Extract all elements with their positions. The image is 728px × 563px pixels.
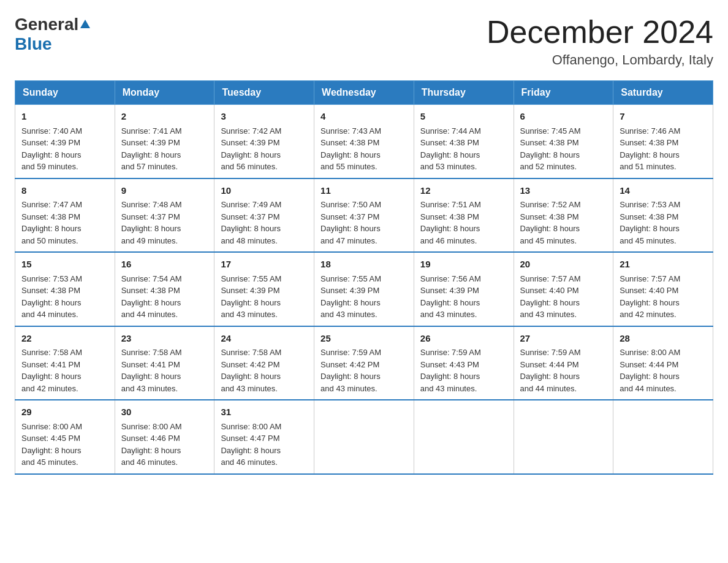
day-info: Sunrise: 7:51 AMSunset: 4:38 PMDaylight:…	[420, 200, 481, 245]
day-cell: 16Sunrise: 7:54 AMSunset: 4:38 PMDayligh…	[115, 252, 214, 326]
day-cell: 28Sunrise: 8:00 AMSunset: 4:44 PMDayligh…	[613, 326, 713, 400]
day-cell: 20Sunrise: 7:57 AMSunset: 4:40 PMDayligh…	[514, 252, 613, 326]
day-number: 8	[21, 184, 108, 198]
day-number: 9	[121, 184, 208, 198]
title-block: December 2024 Offanengo, Lombardy, Italy	[487, 15, 713, 68]
day-info: Sunrise: 7:58 AMSunset: 4:41 PMDaylight:…	[121, 348, 182, 393]
day-cell: 31Sunrise: 8:00 AMSunset: 4:47 PMDayligh…	[214, 400, 314, 474]
week-row-2: 8Sunrise: 7:47 AMSunset: 4:38 PMDaylight…	[15, 178, 713, 253]
day-number: 6	[520, 110, 607, 124]
day-number: 25	[320, 332, 408, 346]
day-cell	[613, 400, 713, 474]
day-number: 27	[520, 332, 607, 346]
day-cell: 7Sunrise: 7:46 AMSunset: 4:38 PMDaylight…	[613, 105, 713, 178]
day-number: 14	[620, 184, 707, 198]
day-cell: 15Sunrise: 7:53 AMSunset: 4:38 PMDayligh…	[15, 252, 115, 326]
day-info: Sunrise: 7:56 AMSunset: 4:39 PMDaylight:…	[420, 274, 481, 320]
logo-blue-text: Blue	[15, 34, 52, 53]
day-number: 15	[21, 258, 108, 272]
day-info: Sunrise: 8:00 AMSunset: 4:47 PMDaylight:…	[221, 422, 281, 467]
day-cell: 9Sunrise: 7:48 AMSunset: 4:37 PMDaylight…	[115, 178, 214, 253]
day-info: Sunrise: 7:54 AMSunset: 4:38 PMDaylight:…	[121, 274, 182, 320]
week-row-3: 15Sunrise: 7:53 AMSunset: 4:38 PMDayligh…	[15, 252, 713, 326]
day-cell: 8Sunrise: 7:47 AMSunset: 4:38 PMDaylight…	[15, 178, 115, 253]
day-number: 26	[420, 332, 507, 346]
logo-general-text: General	[15, 15, 78, 34]
day-info: Sunrise: 8:00 AMSunset: 4:44 PMDaylight:…	[620, 348, 680, 393]
calendar-subtitle: Offanengo, Lombardy, Italy	[487, 52, 713, 68]
day-info: Sunrise: 7:52 AMSunset: 4:38 PMDaylight:…	[520, 200, 581, 245]
header-thursday: Thursday	[414, 81, 514, 105]
day-number: 18	[320, 258, 408, 272]
day-info: Sunrise: 8:00 AMSunset: 4:45 PMDaylight:…	[21, 422, 82, 467]
logo: General Blue	[15, 15, 90, 54]
day-number: 1	[21, 110, 108, 124]
day-info: Sunrise: 7:53 AMSunset: 4:38 PMDaylight:…	[620, 200, 680, 245]
day-cell: 29Sunrise: 8:00 AMSunset: 4:45 PMDayligh…	[15, 400, 115, 474]
day-number: 30	[121, 405, 208, 419]
week-row-5: 29Sunrise: 8:00 AMSunset: 4:45 PMDayligh…	[15, 400, 713, 474]
day-info: Sunrise: 7:48 AMSunset: 4:37 PMDaylight:…	[121, 200, 182, 245]
day-number: 28	[620, 332, 707, 346]
day-info: Sunrise: 7:40 AMSunset: 4:39 PMDaylight:…	[21, 126, 82, 172]
day-cell: 19Sunrise: 7:56 AMSunset: 4:39 PMDayligh…	[414, 252, 514, 326]
day-info: Sunrise: 8:00 AMSunset: 4:46 PMDaylight:…	[121, 422, 182, 467]
calendar-title: December 2024	[487, 15, 713, 50]
day-info: Sunrise: 7:49 AMSunset: 4:37 PMDaylight:…	[221, 200, 281, 245]
day-info: Sunrise: 7:57 AMSunset: 4:40 PMDaylight:…	[620, 274, 680, 320]
day-number: 22	[21, 332, 108, 346]
day-number: 3	[221, 110, 308, 124]
day-info: Sunrise: 7:46 AMSunset: 4:38 PMDaylight:…	[620, 126, 680, 172]
day-cell: 25Sunrise: 7:59 AMSunset: 4:42 PMDayligh…	[314, 326, 414, 400]
day-number: 31	[221, 405, 308, 419]
day-cell: 30Sunrise: 8:00 AMSunset: 4:46 PMDayligh…	[115, 400, 214, 474]
day-number: 19	[420, 258, 507, 272]
day-cell: 26Sunrise: 7:59 AMSunset: 4:43 PMDayligh…	[414, 326, 514, 400]
day-cell: 6Sunrise: 7:45 AMSunset: 4:38 PMDaylight…	[514, 105, 613, 178]
day-info: Sunrise: 7:44 AMSunset: 4:38 PMDaylight:…	[420, 126, 481, 172]
day-number: 4	[320, 110, 408, 124]
header-friday: Friday	[514, 81, 613, 105]
day-info: Sunrise: 7:55 AMSunset: 4:39 PMDaylight:…	[221, 274, 281, 320]
day-cell: 24Sunrise: 7:58 AMSunset: 4:42 PMDayligh…	[214, 326, 314, 400]
day-number: 23	[121, 332, 208, 346]
day-info: Sunrise: 7:58 AMSunset: 4:42 PMDaylight:…	[221, 348, 281, 393]
logo-triangle-icon	[80, 20, 90, 31]
day-info: Sunrise: 7:57 AMSunset: 4:40 PMDaylight:…	[520, 274, 581, 320]
calendar-header-row: SundayMondayTuesdayWednesdayThursdayFrid…	[15, 81, 713, 105]
day-number: 16	[121, 258, 208, 272]
day-cell: 11Sunrise: 7:50 AMSunset: 4:37 PMDayligh…	[314, 178, 414, 253]
day-number: 10	[221, 184, 308, 198]
day-number: 29	[21, 405, 108, 419]
day-info: Sunrise: 7:59 AMSunset: 4:44 PMDaylight:…	[520, 348, 581, 393]
day-number: 7	[620, 110, 707, 124]
day-cell: 3Sunrise: 7:42 AMSunset: 4:39 PMDaylight…	[214, 105, 314, 178]
day-number: 12	[420, 184, 507, 198]
day-cell: 10Sunrise: 7:49 AMSunset: 4:37 PMDayligh…	[214, 178, 314, 253]
day-cell: 27Sunrise: 7:59 AMSunset: 4:44 PMDayligh…	[514, 326, 613, 400]
svg-marker-0	[80, 20, 90, 28]
calendar-table: SundayMondayTuesdayWednesdayThursdayFrid…	[15, 80, 713, 475]
day-info: Sunrise: 7:50 AMSunset: 4:37 PMDaylight:…	[320, 200, 381, 245]
day-cell: 5Sunrise: 7:44 AMSunset: 4:38 PMDaylight…	[414, 105, 514, 178]
day-info: Sunrise: 7:58 AMSunset: 4:41 PMDaylight:…	[21, 348, 82, 393]
day-number: 17	[221, 258, 308, 272]
day-number: 20	[520, 258, 607, 272]
day-number: 5	[420, 110, 507, 124]
day-cell	[514, 400, 613, 474]
week-row-1: 1Sunrise: 7:40 AMSunset: 4:39 PMDaylight…	[15, 105, 713, 178]
day-info: Sunrise: 7:59 AMSunset: 4:43 PMDaylight:…	[420, 348, 481, 393]
day-cell: 2Sunrise: 7:41 AMSunset: 4:39 PMDaylight…	[115, 105, 214, 178]
page-header: General Blue December 2024 Offanengo, Lo…	[15, 15, 713, 68]
day-info: Sunrise: 7:47 AMSunset: 4:38 PMDaylight:…	[21, 200, 82, 245]
day-info: Sunrise: 7:53 AMSunset: 4:38 PMDaylight:…	[21, 274, 82, 320]
day-cell: 17Sunrise: 7:55 AMSunset: 4:39 PMDayligh…	[214, 252, 314, 326]
day-info: Sunrise: 7:43 AMSunset: 4:38 PMDaylight:…	[320, 126, 381, 172]
day-number: 11	[320, 184, 408, 198]
day-cell: 4Sunrise: 7:43 AMSunset: 4:38 PMDaylight…	[314, 105, 414, 178]
day-cell: 21Sunrise: 7:57 AMSunset: 4:40 PMDayligh…	[613, 252, 713, 326]
day-number: 2	[121, 110, 208, 124]
day-cell	[414, 400, 514, 474]
day-info: Sunrise: 7:59 AMSunset: 4:42 PMDaylight:…	[320, 348, 381, 393]
day-cell: 18Sunrise: 7:55 AMSunset: 4:39 PMDayligh…	[314, 252, 414, 326]
